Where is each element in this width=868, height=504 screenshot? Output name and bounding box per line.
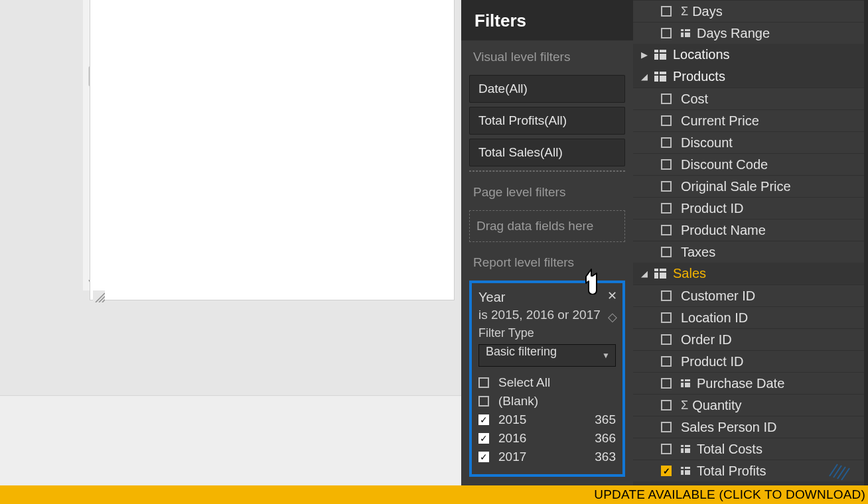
field-checkbox[interactable]	[661, 94, 672, 104]
field-checkbox[interactable]	[661, 203, 672, 214]
field-checkbox[interactable]	[661, 137, 672, 148]
field-checkbox[interactable]	[661, 422, 672, 432]
field-checkbox[interactable]	[661, 312, 672, 323]
checkbox[interactable]	[478, 433, 489, 444]
field-label: Discount	[681, 135, 733, 151]
expand-down-icon[interactable]: ◢	[638, 269, 650, 279]
field-checkbox[interactable]	[661, 466, 672, 476]
table-row[interactable]: ▶Locations	[633, 44, 868, 66]
field-checkbox[interactable]	[661, 181, 672, 192]
page-level-filters-title: Page level filters	[461, 176, 633, 206]
field-row[interactable]: Total Profits	[633, 460, 868, 481]
expand-right-icon[interactable]: ▶	[638, 50, 650, 60]
table-row[interactable]: ◢Sales	[633, 263, 868, 284]
visual-filter-pill[interactable]: Total Profits(All)	[469, 107, 625, 135]
filter-value-item[interactable]: (Blank)	[478, 392, 616, 410]
checkbox[interactable]	[478, 452, 489, 462]
field-row[interactable]: ΣQuantity	[633, 394, 868, 416]
table-label: Locations	[673, 47, 730, 62]
field-row[interactable]: Purchase Date	[633, 372, 868, 394]
erase-icon[interactable]: ◇	[608, 310, 617, 324]
field-checkbox[interactable]	[661, 159, 672, 170]
field-row[interactable]: ΣDays	[633, 0, 868, 22]
field-row[interactable]: Days Range	[633, 22, 868, 44]
field-label: Cost	[681, 92, 708, 107]
field-row[interactable]: Total Costs	[633, 438, 868, 460]
field-label: Product ID	[681, 201, 743, 216]
field-checkbox[interactable]	[661, 115, 672, 126]
field-checkbox[interactable]	[661, 378, 672, 389]
field-label: Days	[692, 4, 723, 19]
field-label: Discount Code	[681, 157, 768, 172]
fields-scrollbar[interactable]	[864, 0, 868, 485]
table-field-icon	[681, 467, 690, 475]
visual-filter-pill[interactable]: Total Sales(All)	[469, 139, 625, 166]
field-checkbox[interactable]	[661, 444, 672, 454]
field-checkbox[interactable]	[661, 356, 672, 367]
field-checkbox[interactable]	[661, 334, 672, 345]
field-row[interactable]: Sales Person ID	[633, 416, 868, 438]
visual-filter-label: Total Profits(All)	[478, 113, 567, 127]
field-label: Order ID	[681, 332, 732, 347]
field-label: Days Range	[697, 26, 770, 41]
filter-value-item[interactable]: 2017363	[478, 448, 616, 466]
checkbox[interactable]	[478, 377, 489, 388]
checkbox[interactable]	[478, 396, 489, 407]
table-field-icon	[681, 29, 690, 37]
field-checkbox[interactable]	[661, 6, 672, 17]
field-row[interactable]: Taxes	[633, 241, 868, 263]
page-level-drop-zone[interactable]: Drag data fields here	[469, 210, 625, 242]
field-checkbox[interactable]	[661, 400, 672, 410]
table-label: Sales	[673, 266, 706, 281]
report-level-filters-title: Report level filters	[461, 246, 633, 277]
filter-values-list: Select All(Blank)201536520163662017363	[478, 373, 616, 466]
field-row[interactable]: Customer ID	[633, 284, 868, 306]
field-checkbox[interactable]	[661, 28, 672, 38]
sigma-icon: Σ	[681, 399, 688, 412]
field-row[interactable]: Product ID	[633, 350, 868, 372]
field-row[interactable]: Product Name	[633, 219, 868, 241]
field-row[interactable]: Location ID	[633, 306, 868, 328]
chevron-down-icon: ▼	[602, 351, 610, 360]
field-row[interactable]: Cost	[633, 88, 868, 109]
visual-filter-label: Total Sales(All)	[478, 145, 563, 159]
field-row[interactable]: Product ID	[633, 197, 868, 219]
filter-value-label: (Blank)	[498, 394, 583, 409]
field-label: Taxes	[681, 245, 715, 260]
checkbox[interactable]	[478, 414, 489, 425]
filter-value-count: 363	[583, 450, 616, 464]
field-label: Customer ID	[681, 288, 755, 304]
table-field-icon	[681, 445, 690, 453]
field-row[interactable]: Discount	[633, 131, 868, 153]
report-page[interactable]	[90, 0, 454, 300]
visual-filter-pill[interactable]: Date(All)	[469, 75, 625, 103]
filter-type-label: Filter Type	[478, 326, 616, 340]
table-field-icon	[681, 379, 690, 387]
expand-down-icon[interactable]: ◢	[638, 72, 650, 82]
field-row[interactable]: Current Price	[633, 109, 868, 131]
field-checkbox[interactable]	[661, 290, 672, 301]
canvas-footer-area	[0, 395, 461, 485]
field-row[interactable]: Discount Code	[633, 153, 868, 175]
report-canvas[interactable]: ▼	[0, 0, 461, 485]
field-checkbox[interactable]	[661, 225, 672, 235]
resize-handle-icon[interactable]	[93, 290, 105, 302]
filter-value-count: 366	[583, 431, 616, 446]
sigma-icon: Σ	[681, 5, 688, 19]
close-icon[interactable]: ✕	[607, 288, 617, 303]
field-label: Product Name	[681, 223, 766, 238]
update-available-bar[interactable]: UPDATE AVAILABLE (CLICK TO DOWNLOAD)	[0, 485, 868, 504]
table-row[interactable]: ◢Products	[633, 66, 868, 88]
field-label: Current Price	[681, 113, 759, 129]
filter-value-item[interactable]: Select All	[478, 373, 616, 392]
filter-value-label: 2017	[498, 450, 583, 464]
report-filter-card[interactable]: ✕ ◇ Year is 2015, 2016 or 2017 Filter Ty…	[469, 281, 625, 477]
filter-value-item[interactable]: 2015365	[478, 410, 616, 429]
filter-value-item[interactable]: 2016366	[478, 429, 616, 448]
filters-panel-title: Filters	[461, 0, 633, 40]
field-row[interactable]: Original Sale Price	[633, 175, 868, 197]
filter-type-select[interactable]: Basic filtering ▼	[478, 344, 616, 367]
field-row[interactable]: Order ID	[633, 328, 868, 350]
field-checkbox[interactable]	[661, 247, 672, 257]
field-label: Original Sale Price	[681, 179, 791, 194]
